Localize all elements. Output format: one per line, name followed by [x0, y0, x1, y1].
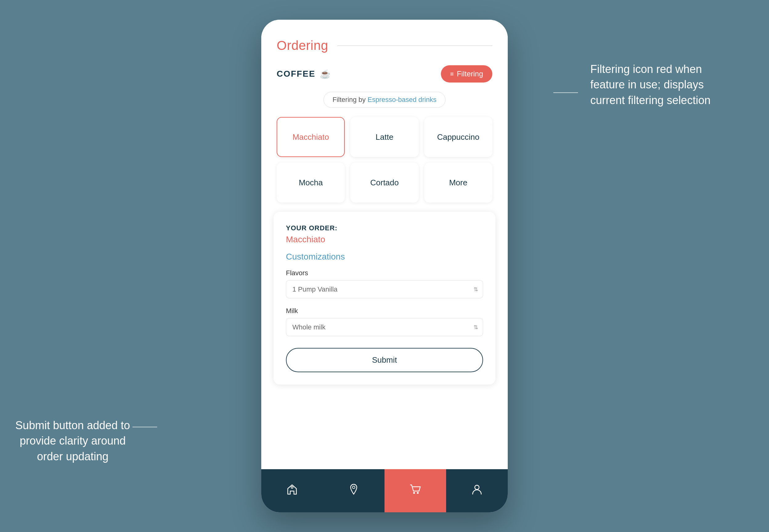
milk-wrapper: Whole milk ⇅: [286, 318, 483, 336]
filter-lines-icon: ≡: [450, 71, 454, 78]
ordering-divider: [337, 46, 492, 46]
nav-item-home[interactable]: [261, 469, 323, 512]
profile-icon: [470, 482, 484, 499]
ordering-title: Ordering: [277, 38, 328, 53]
filter-badge-container: Filtering by Espresso-based drinks: [277, 92, 492, 108]
svg-point-1: [352, 486, 355, 489]
coffee-label: COFFEE ☕: [277, 69, 331, 79]
nav-item-cart[interactable]: [384, 469, 446, 512]
coffee-text: COFFEE: [277, 69, 315, 79]
home-icon: [285, 482, 299, 499]
submit-button[interactable]: Submit: [286, 348, 483, 372]
ordering-header: Ordering: [277, 38, 492, 53]
phone: Ordering COFFEE ☕ ≡ Filtering Filtering …: [261, 20, 508, 512]
filter-button[interactable]: ≡ Filtering: [441, 65, 492, 83]
svg-point-4: [475, 485, 479, 490]
annotation-left: Submit button added to provide clarity a…: [14, 418, 131, 464]
coffee-row: COFFEE ☕ ≡ Filtering: [277, 65, 492, 83]
drink-card-cappuccino[interactable]: Cappuccino: [424, 117, 492, 157]
order-label: YOUR ORDER:: [286, 224, 483, 232]
filter-button-label: Filtering: [457, 70, 483, 78]
annotation-right-line: [553, 92, 578, 93]
customizations-title: Customizations: [286, 252, 483, 262]
scene: Submit button added to provide clarity a…: [0, 0, 769, 532]
milk-select[interactable]: Whole milk: [286, 318, 483, 336]
location-icon: [347, 482, 360, 499]
phone-content: Ordering COFFEE ☕ ≡ Filtering Filtering …: [261, 20, 508, 469]
bottom-nav: [261, 469, 508, 512]
nav-item-location[interactable]: [323, 469, 384, 512]
svg-point-3: [417, 492, 419, 494]
drink-grid: MacchiatoLatteCappuccinoMochaCortadoMore: [277, 117, 492, 203]
annotation-right: Filtering icon red when feature in use; …: [590, 62, 726, 108]
svg-point-2: [413, 492, 415, 494]
drink-card-macchiato[interactable]: Macchiato: [277, 117, 345, 157]
annotation-left-line: [132, 427, 157, 427]
flavors-select[interactable]: 1 Pump Vanilla: [286, 280, 483, 298]
cart-icon: [409, 482, 422, 499]
milk-label: Milk: [286, 307, 483, 315]
filter-badge: Filtering by Espresso-based drinks: [323, 92, 446, 108]
nav-item-profile[interactable]: [446, 469, 508, 512]
drink-card-mocha[interactable]: Mocha: [277, 163, 345, 203]
coffee-icon: ☕: [320, 69, 331, 79]
order-item: Macchiato: [286, 235, 483, 244]
drink-card-latte[interactable]: Latte: [350, 117, 419, 157]
svg-point-0: [291, 486, 293, 488]
drink-card-cortado[interactable]: Cortado: [350, 163, 419, 203]
filter-value: Espresso-based drinks: [367, 96, 437, 103]
order-panel: YOUR ORDER: Macchiato Customizations Fla…: [273, 212, 496, 385]
flavors-label: Flavors: [286, 269, 483, 277]
drink-card-more[interactable]: More: [424, 163, 492, 203]
filter-prefix: Filtering by: [332, 96, 367, 103]
flavors-wrapper: 1 Pump Vanilla ⇅: [286, 280, 483, 298]
